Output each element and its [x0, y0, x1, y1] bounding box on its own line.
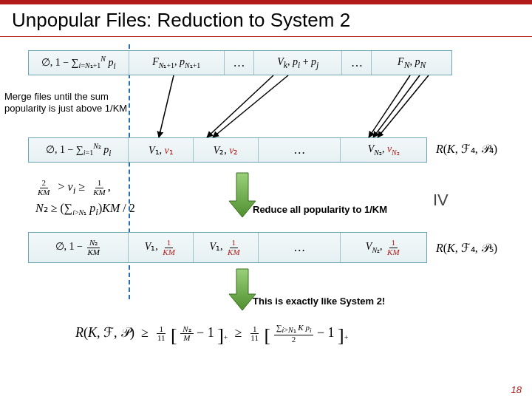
- cell: FN, pN: [372, 51, 451, 75]
- cell: Vk, pi + pj: [254, 51, 343, 75]
- inequality-formula: 2KM > vi ≥ 1KM, N₂ ≥ (∑i>N₁ pi)KM / 2: [35, 177, 135, 219]
- ellipsis: …: [259, 233, 341, 262]
- svg-line-3: [369, 75, 410, 137]
- rhs-label-3: R(K, ℱ₄, 𝒫₅): [436, 241, 497, 255]
- cell: V₂, v₂: [194, 138, 259, 162]
- cell: V₁, 1KM: [194, 233, 259, 262]
- page-number: 18: [511, 384, 522, 395]
- merge-note: Merge files until the sumpopularity is j…: [4, 91, 145, 115]
- file-row-3: ∅, 1 − N₂KM V₁, 1KM V₁, 1KM … VN₂, 1KM: [28, 232, 427, 263]
- final-formula: R(K, ℱ, 𝒫) ≥ 111 [ N₂M − 1 ]+ ≥ 111 [ ∑i…: [75, 324, 348, 347]
- svg-line-4: [373, 75, 420, 137]
- reduce-note: Reduce all popularity to 1/KM: [253, 204, 387, 216]
- down-arrow-2: [220, 266, 265, 318]
- svg-line-1: [207, 75, 273, 137]
- cell: VN₂, 1KM: [341, 233, 426, 262]
- cell: ∅, 1 − ∑i=N₁+1N pi: [29, 51, 129, 75]
- cell: V₁, v₁: [129, 138, 194, 162]
- system2-note: This is exactly like System 2!: [253, 296, 385, 307]
- cell: ∅, 1 − N₂KM: [29, 233, 129, 262]
- cell: ∅, 1 − ∑i=1N₂ pi: [29, 138, 129, 162]
- ellipsis: …: [342, 51, 372, 75]
- rhs-label-2: R(K, ℱ₄, 𝒫₄): [436, 142, 497, 156]
- file-row-1: ∅, 1 − ∑i=N₁+1N pi FN₁+1, pN₁+1 … Vk, pi…: [28, 50, 452, 75]
- ellipsis: …: [259, 138, 341, 162]
- svg-line-2: [213, 75, 288, 137]
- file-row-2: ∅, 1 − ∑i=1N₂ pi V₁, v₁ V₂, v₂ … VN₂, vN…: [28, 137, 427, 163]
- cell: V₁, 1KM: [129, 233, 194, 262]
- svg-line-5: [378, 75, 429, 137]
- cell: FN₁+1, pN₁+1: [129, 51, 225, 75]
- svg-line-0: [159, 75, 174, 137]
- step-label: IV: [433, 191, 449, 210]
- page-title: Unpopular Files: Reduction to System 2: [0, 4, 532, 36]
- ellipsis: …: [225, 51, 254, 75]
- cell: VN₂, vN₂: [341, 138, 426, 162]
